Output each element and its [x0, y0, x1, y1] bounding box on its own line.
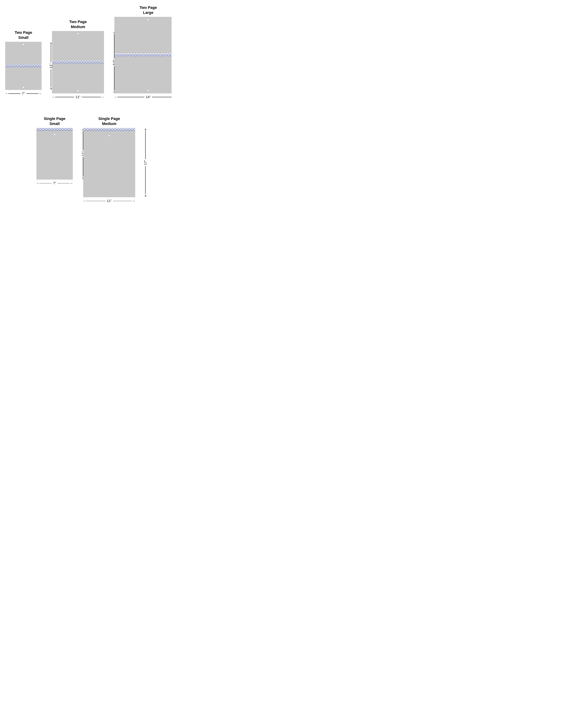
coil [137, 54, 139, 56]
coil [83, 61, 85, 63]
coil [97, 61, 99, 63]
coil [72, 61, 74, 63]
coil [122, 129, 125, 131]
coil [95, 129, 97, 131]
coil [25, 65, 27, 67]
spiral-strip [5, 64, 42, 67]
page-top [5, 42, 42, 64]
coil [148, 54, 150, 56]
coil [170, 54, 171, 56]
coil [91, 61, 93, 63]
two-page-large-visual [115, 17, 171, 93]
coil [51, 128, 53, 131]
width-dim-sp-small: ← 7" → [37, 181, 73, 185]
hole-bottom [22, 86, 24, 88]
spiral-strip [37, 128, 73, 131]
coil [88, 61, 91, 63]
two-page-medium-label: Two Page Medium [69, 19, 87, 29]
coil [22, 65, 24, 67]
coil [118, 54, 120, 56]
coil [70, 128, 72, 131]
single-page-medium-label: Single Page Medium [98, 116, 120, 126]
coil [80, 61, 82, 63]
coil [100, 129, 102, 131]
coil [33, 65, 36, 67]
hole-bottom [147, 90, 149, 91]
coil [97, 129, 100, 131]
page-bottom [5, 67, 42, 90]
two-page-large-label: Two Page Large [139, 5, 157, 15]
coil [159, 54, 161, 56]
height-dim-sp-medium: ∧ 17" ∨ [144, 128, 147, 197]
spiral-coils [52, 61, 104, 64]
coil [99, 61, 102, 63]
coil [28, 65, 30, 67]
coil [40, 128, 42, 131]
coil [66, 61, 69, 63]
two-page-medium-visual [52, 31, 104, 93]
coil [131, 54, 134, 56]
coil [120, 54, 123, 56]
hole-bottom [77, 90, 79, 92]
coil [61, 61, 63, 63]
coil [62, 128, 64, 131]
coil [77, 61, 80, 63]
width-dim-large: ← 14" → [115, 95, 171, 99]
coil [145, 54, 148, 56]
coil [19, 65, 22, 67]
coil [37, 128, 39, 131]
coil [154, 54, 156, 56]
single-page-small-item: Single Page Small [37, 116, 73, 185]
coil [111, 129, 114, 131]
coil [151, 54, 153, 56]
hole-top [77, 33, 79, 34]
main-container: Two Page Small [0, 0, 171, 218]
single-page-small-label: Single Page Small [44, 116, 66, 126]
coil [55, 61, 58, 63]
width-dim-small: ← 7" → [5, 92, 42, 95]
coil [125, 129, 128, 131]
coil [42, 128, 45, 131]
coil [75, 61, 77, 63]
spiral-coils [83, 128, 135, 131]
coil [30, 65, 33, 67]
coil [120, 129, 122, 131]
width-dim-sp-medium: ← 11" → [83, 199, 135, 203]
coil [156, 54, 159, 56]
coil [102, 61, 104, 63]
coil [59, 128, 61, 131]
single-page-medium-visual [83, 128, 135, 197]
coil [142, 54, 145, 56]
page-single [83, 131, 135, 197]
coil [89, 129, 91, 131]
coil [162, 54, 164, 56]
coil [167, 54, 170, 56]
page-bottom [115, 57, 171, 93]
coil [56, 128, 59, 131]
coil [6, 65, 8, 67]
spiral-coils [37, 128, 73, 131]
coil [67, 128, 70, 131]
spiral-strip [115, 53, 171, 57]
spiral-coils [115, 53, 171, 57]
coil [53, 128, 56, 131]
coil [165, 54, 167, 56]
single-page-small-visual [37, 128, 73, 179]
hole [54, 134, 56, 135]
coil [126, 54, 128, 56]
coil [14, 65, 16, 67]
coil [134, 129, 135, 131]
hole [108, 135, 110, 137]
spiral-strip [52, 61, 104, 64]
coil [65, 128, 67, 131]
page-bottom [52, 64, 104, 93]
coil [131, 129, 133, 131]
coil [83, 129, 86, 131]
coil [109, 129, 111, 131]
spiral-strip [83, 128, 135, 131]
coil [106, 129, 108, 131]
coil [129, 54, 131, 56]
coil [17, 65, 19, 67]
coil [114, 129, 117, 131]
top-row: Two Page Small [0, 0, 171, 110]
